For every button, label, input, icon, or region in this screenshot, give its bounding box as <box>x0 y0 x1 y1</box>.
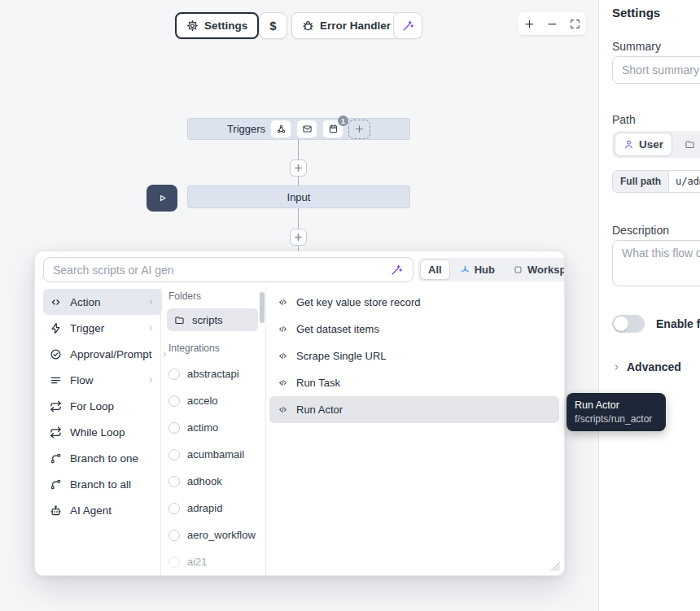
search-input[interactable] <box>43 257 413 282</box>
integration-logo-placeholder <box>168 530 180 541</box>
script-item-run-task[interactable]: Run Task <box>269 369 559 396</box>
tooltip-path: f/scripts/run_actor <box>575 413 658 425</box>
sidebar-item-action[interactable]: Action <box>43 289 162 315</box>
sidebar-item-label: While Loop <box>70 426 125 439</box>
schedule-trigger-button[interactable]: 1 <box>322 120 343 138</box>
step-kind-sidebar: ActionTriggerApproval/PromptFlowFor Loop… <box>43 289 162 523</box>
workspace-icon <box>513 264 523 275</box>
triggers-node-label: Triggers <box>227 123 265 135</box>
integration-item-accelo[interactable]: accelo <box>167 387 265 414</box>
zoom-out-icon[interactable] <box>546 18 558 30</box>
integration-item-adhook[interactable]: adhook <box>167 468 265 495</box>
panel-title: Settings <box>612 6 660 20</box>
advanced-section-toggle[interactable]: Advanced <box>612 360 681 373</box>
insert-step-button[interactable] <box>290 229 307 246</box>
integration-logo-placeholder <box>168 395 180 407</box>
code-slash-icon <box>278 351 288 361</box>
script-item-get-key-value-store-record[interactable]: Get key value store record <box>269 289 559 316</box>
code-slash-icon <box>278 378 288 388</box>
webhook-icon <box>276 124 287 134</box>
integration-item-airtable[interactable]: airtable <box>167 575 265 576</box>
user-icon <box>623 139 634 150</box>
script-tooltip: Run Actor f/scripts/run_actor <box>567 393 666 431</box>
description-label: Description <box>612 224 669 237</box>
sidebar-item-for-loop[interactable]: For Loop <box>43 393 162 419</box>
integration-item-actimo[interactable]: actimo <box>167 414 265 441</box>
connector-line <box>298 140 299 159</box>
tab-workspace[interactable]: Workspace <box>505 260 565 280</box>
owner-tab-user[interactable]: User <box>615 133 672 156</box>
enable-toggle[interactable] <box>612 315 645 333</box>
chevron-right-icon <box>147 298 155 307</box>
sidebar-item-approval-prompt[interactable]: Approval/Prompt <box>43 341 162 367</box>
input-node[interactable]: Input <box>187 185 410 208</box>
mail-icon <box>302 124 313 134</box>
integration-item-ai21[interactable]: ai21 <box>167 548 265 575</box>
path-label: Path <box>612 113 636 126</box>
tab-hub[interactable]: Hub <box>452 260 503 280</box>
script-item-run-actor[interactable]: Run Actor <box>269 396 559 423</box>
error-handler-button[interactable]: Error Handler <box>291 12 401 39</box>
sidebar-item-while-loop[interactable]: While Loop <box>43 419 162 445</box>
play-icon <box>156 192 168 204</box>
full-path-field[interactable]: Full path u/admin <box>612 170 700 193</box>
ai-generate-icon[interactable] <box>391 264 403 276</box>
folder-item-scripts[interactable]: scripts <box>167 308 258 331</box>
sidebar-item-label: AI Agent <box>70 504 112 517</box>
fit-view-icon[interactable] <box>570 19 580 29</box>
email-trigger-button[interactable] <box>296 120 317 138</box>
full-path-value[interactable]: u/admin <box>669 171 700 192</box>
zoom-controls <box>518 12 586 35</box>
error-handler-label: Error Handler <box>320 20 391 32</box>
toggle-knob <box>614 316 628 331</box>
integration-label: abstractapi <box>187 368 239 380</box>
chevron-right-icon <box>147 376 155 385</box>
triggers-node[interactable]: Triggers 1 <box>187 118 410 140</box>
pricing-button[interactable]: $ <box>259 12 287 39</box>
wand-icon <box>402 20 414 32</box>
dollar-label: $ <box>269 19 276 33</box>
integration-item-acumbamail[interactable]: acumbamail <box>167 441 265 468</box>
calendar-icon <box>328 124 339 134</box>
check-circle-icon <box>50 348 62 360</box>
description-textarea[interactable] <box>612 240 700 286</box>
tab-all[interactable]: All <box>420 260 450 280</box>
sidebar-item-flow[interactable]: Flow <box>43 367 162 393</box>
hub-icon <box>460 264 470 275</box>
script-item-scrape-single-url[interactable]: Scrape Single URL <box>269 343 559 369</box>
ai-assistant-button[interactable] <box>393 12 422 39</box>
summary-input[interactable] <box>612 56 700 84</box>
script-label: Get dataset items <box>296 323 379 335</box>
run-flow-button[interactable] <box>147 185 177 212</box>
integration-item-adrapid[interactable]: adrapid <box>167 495 265 522</box>
tab-label: Hub <box>475 264 495 276</box>
settings-button[interactable]: Settings <box>175 12 259 39</box>
folders-column: Folders scripts Integrations abstractapi… <box>167 289 265 576</box>
integration-label: acumbamail <box>187 448 244 460</box>
sidebar-item-branch-to-one[interactable]: Branch to one <box>43 445 162 471</box>
sidebar-item-ai-agent[interactable]: AI Agent <box>43 497 162 523</box>
add-trigger-button[interactable] <box>348 120 370 139</box>
folders-header: Folders <box>168 290 265 302</box>
zoom-in-icon[interactable] <box>523 18 536 30</box>
cross-plus-icon <box>293 163 304 173</box>
sidebar-item-label: Action <box>70 296 101 308</box>
webhook-trigger-button[interactable] <box>270 120 291 138</box>
insert-step-button[interactable] <box>290 159 307 177</box>
sidebar-item-trigger[interactable]: Trigger <box>43 315 162 341</box>
script-results-list: Get key value store recordGet dataset it… <box>269 289 559 423</box>
integration-label: accelo <box>187 395 218 407</box>
code-slash-icon <box>278 297 288 308</box>
script-item-get-dataset-items[interactable]: Get dataset items <box>269 316 559 343</box>
schedule-count-badge: 1 <box>338 116 348 126</box>
scrollbar-thumb[interactable] <box>260 292 265 323</box>
integration-logo-placeholder <box>168 503 180 514</box>
owner-tab-folder[interactable]: Folder <box>676 133 700 156</box>
full-path-label: Full path <box>613 171 669 192</box>
integration-label: adhook <box>187 475 222 487</box>
resize-handle-icon[interactable] <box>550 561 561 572</box>
integration-item-abstractapi[interactable]: abstractapi <box>167 360 265 387</box>
integration-item-aero-workflow[interactable]: aero_workflow <box>167 522 265 548</box>
script-label: Scrape Single URL <box>296 350 387 362</box>
sidebar-item-branch-to-all[interactable]: Branch to all <box>43 471 162 497</box>
